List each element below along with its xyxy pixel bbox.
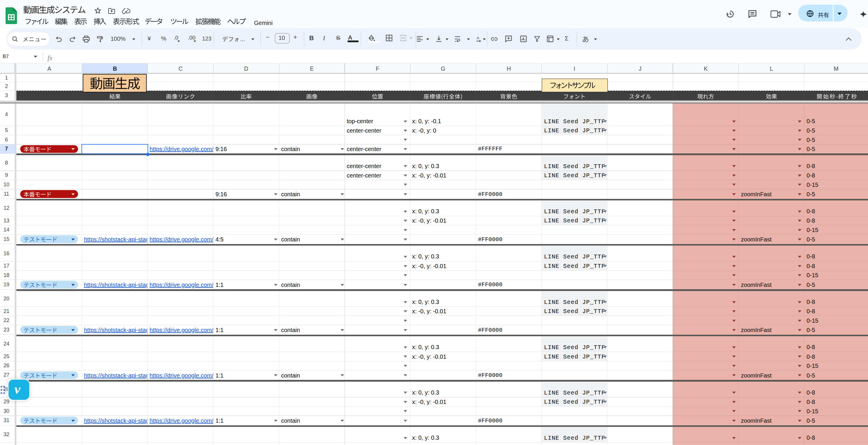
svg-text:A: A	[477, 36, 479, 40]
